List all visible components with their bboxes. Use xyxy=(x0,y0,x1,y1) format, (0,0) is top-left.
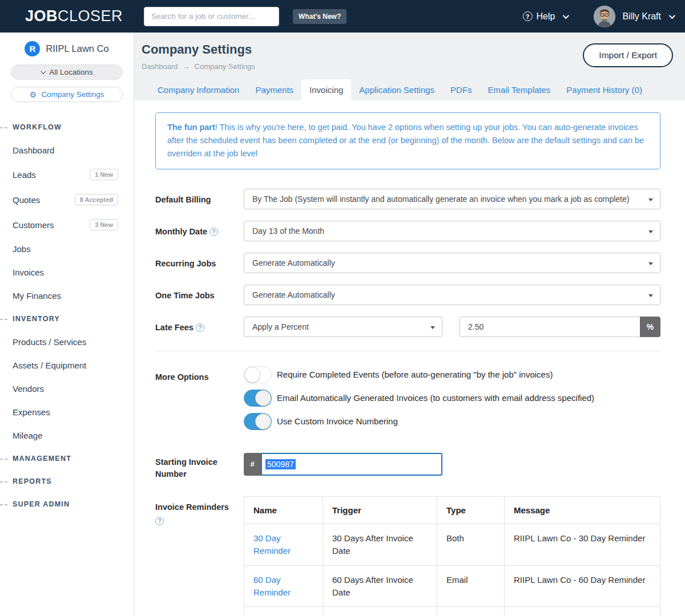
email-generated-invoices-row: Email Automatically Generated Invoices (… xyxy=(244,390,660,407)
sidebar-item-label: Expenses xyxy=(13,407,50,417)
sidebar-item-label: Assets / Equipment xyxy=(13,360,86,370)
recurring-jobs-select[interactable]: Generate Automatically xyxy=(244,253,660,273)
sidebar-item-label: Leads xyxy=(13,170,36,180)
reminder-message: RIIPL Lawn Co - 60 Day Reminder xyxy=(505,565,660,607)
avatar[interactable] xyxy=(594,6,615,27)
default-billing-label: Default Billing xyxy=(155,189,244,209)
all-locations-dropdown[interactable]: All Locations xyxy=(11,64,123,80)
reminder-trigger: 60 Days After Invoice Date xyxy=(323,565,437,607)
reminder-trigger: 30 Days After Invoice Date xyxy=(323,524,437,566)
recurring-jobs-label: Recurring Jobs xyxy=(155,253,244,273)
sidebar-item-jobs[interactable]: Jobs xyxy=(0,237,134,261)
percent-addon: % xyxy=(640,317,660,337)
reminder-message: RIIPL Lawn Co - 30 Day Reminder xyxy=(505,524,660,566)
sidebar-item-vendors[interactable]: Vendors xyxy=(0,377,134,400)
company-identity: R RIIPL Lawn Co xyxy=(0,41,134,56)
sidebar-item-quotes[interactable]: Quotes8 Accepted xyxy=(0,187,134,212)
monthly-date-help-icon[interactable]: ? xyxy=(209,228,218,236)
company-logo-icon: R xyxy=(25,41,40,56)
reminder-trigger: 45 Days After Invoice Date xyxy=(323,607,437,616)
avatar-image xyxy=(594,6,615,27)
intro-lead: The fun part xyxy=(167,123,215,132)
sidebar-item-label: Products / Services xyxy=(13,337,86,347)
table-row: 60 Day Reminder 60 Days After Invoice Da… xyxy=(244,565,660,607)
sidebar-item-label: My Finances xyxy=(13,291,61,301)
sidebar-item-customers[interactable]: Customers3 New xyxy=(0,212,134,237)
toggle-label: Email Automatically Generated Invoices (… xyxy=(277,393,594,403)
tab-company-information[interactable]: Company Information xyxy=(150,79,247,100)
tab-invoicing[interactable]: Invoicing xyxy=(301,79,351,100)
custom-invoice-numbering-toggle[interactable] xyxy=(244,413,272,430)
section-super-admin[interactable]: SUPER ADMIN xyxy=(0,493,134,516)
tab-pdfs[interactable]: PDFs xyxy=(442,79,480,100)
sidebar-item-expenses[interactable]: Expenses xyxy=(0,400,134,424)
sidebar-item-products-services[interactable]: Products / Services xyxy=(0,330,134,354)
invoicing-panel: The fun part! This is why you're here, t… xyxy=(134,100,685,616)
leads-badge: 1 New xyxy=(90,169,118,180)
email-generated-invoices-toggle[interactable] xyxy=(244,390,272,407)
sidebar-item-dashboard[interactable]: Dashboard xyxy=(0,139,134,162)
selected-input-text: 500987 xyxy=(265,459,296,469)
starting-invoice-label: Starting Invoice Number xyxy=(155,451,244,480)
one-time-jobs-row: One Time Jobs Generate Automatically xyxy=(155,285,660,305)
invoice-reminders-help-icon[interactable]: ? xyxy=(155,517,164,525)
company-settings-button[interactable]: ⚙ Company Settings xyxy=(11,87,123,102)
sidebar-item-my-finances[interactable]: My Finances xyxy=(0,284,134,307)
tab-application-settings[interactable]: Application Settings xyxy=(351,79,442,100)
sidebar-item-mileage[interactable]: Mileage xyxy=(0,424,134,447)
table-row: 30 Day Reminder 30 Days After Invoice Da… xyxy=(244,524,660,566)
logo-bold: JOB xyxy=(25,7,58,25)
toggle-knob xyxy=(255,414,271,429)
tab-payments[interactable]: Payments xyxy=(247,79,301,100)
toggle-knob xyxy=(244,367,260,383)
all-locations-label: All Locations xyxy=(49,68,93,76)
sidebar-item-label: Jobs xyxy=(13,244,31,254)
breadcrumb-dashboard[interactable]: Dashboard xyxy=(142,62,178,71)
section-inventory[interactable]: INVENTORY xyxy=(0,307,134,330)
sidebar-item-label: Mileage xyxy=(13,431,43,440)
sidebar: R RIIPL Lawn Co All Locations ⚙ Company … xyxy=(0,33,134,616)
sidebar-item-leads[interactable]: Leads1 New xyxy=(0,162,134,187)
starting-invoice-input[interactable]: 500987 xyxy=(261,453,442,476)
monthly-date-label: Monthly Date xyxy=(155,227,207,236)
user-menu-chevron-icon[interactable] xyxy=(669,12,675,18)
monthly-date-select[interactable]: Day 13 of the Month xyxy=(244,221,660,241)
section-reports[interactable]: REPORTS xyxy=(0,470,134,493)
help-menu[interactable]: ? Help xyxy=(523,11,568,22)
reminder-message: Please contact us to pay your invoice! xyxy=(505,607,660,616)
breadcrumb-arrow-icon: → xyxy=(183,62,190,71)
section-label: REPORTS xyxy=(13,477,52,485)
import-export-button[interactable]: Import / Export xyxy=(583,43,673,67)
reminder-link-60-day[interactable]: 60 Day Reminder xyxy=(253,575,291,597)
sidebar-item-label: Customers xyxy=(13,220,54,230)
late-fees-select[interactable]: Apply a Percent xyxy=(244,317,442,337)
section-divider xyxy=(155,351,660,351)
recurring-jobs-row: Recurring Jobs Generate Automatically xyxy=(155,253,660,273)
search-input[interactable] xyxy=(144,7,279,26)
logo-light: CLOSER xyxy=(58,7,123,25)
late-fee-amount-input[interactable]: 2.50 xyxy=(460,317,640,337)
late-fees-help-icon[interactable]: ? xyxy=(196,323,204,332)
tab-email-templates[interactable]: Email Templates xyxy=(480,79,559,100)
chevron-down-icon xyxy=(41,68,46,74)
require-completed-events-row: Require Completed Events (before auto-ge… xyxy=(244,366,660,383)
company-settings-label: Company Settings xyxy=(41,90,104,99)
reminder-link-30-day[interactable]: 30 Day Reminder xyxy=(253,533,291,556)
require-completed-events-toggle[interactable] xyxy=(244,366,272,383)
page-header: Company Settings Dashboard → Company Set… xyxy=(134,33,685,100)
sidebar-item-assets-equipment[interactable]: Assets / Equipment xyxy=(0,354,134,377)
whats-new-button[interactable]: What's New? xyxy=(293,9,346,24)
section-tick-icon xyxy=(0,127,7,128)
late-fees-row: Late Fees? Apply a Percent 2.50 % xyxy=(155,317,660,337)
starting-invoice-row: Starting Invoice Number # 500987 xyxy=(155,451,660,480)
header-trigger: Trigger xyxy=(323,496,437,524)
help-icon: ? xyxy=(523,11,533,21)
toggle-knob xyxy=(255,390,271,406)
sidebar-item-invoices[interactable]: Invoices xyxy=(0,261,134,284)
default-billing-select[interactable]: By The Job (System will instantly and au… xyxy=(244,189,660,209)
section-management[interactable]: MANAGEMENT xyxy=(0,447,134,470)
tab-payment-history[interactable]: Payment History (0) xyxy=(558,79,650,100)
hash-addon: # xyxy=(244,453,261,476)
one-time-jobs-select[interactable]: Generate Automatically xyxy=(244,285,660,305)
section-workflow[interactable]: WORKFLOW xyxy=(0,116,134,139)
